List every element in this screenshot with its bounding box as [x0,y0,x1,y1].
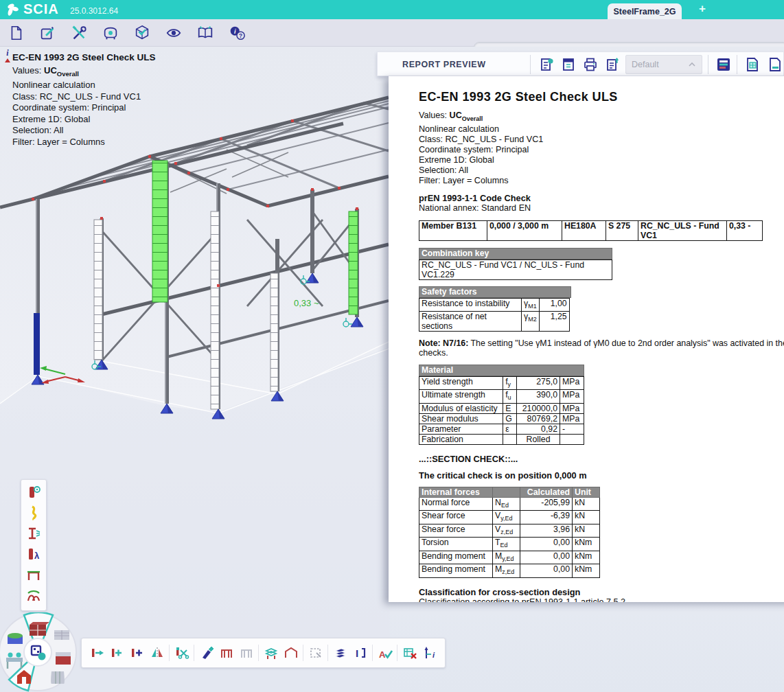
cell: -205,99 [520,497,573,510]
material-block: Material Yield strength fy 275,0 MPa Ult… [419,365,584,445]
columns[interactable] [38,163,357,409]
layers-icon[interactable] [330,643,350,663]
report-meta-line: Extreme 1D: Global [419,155,784,165]
cell: - [560,424,584,434]
cell: 0,33 - [727,220,763,240]
cell: Shear force [419,524,493,537]
portal-frame-red-icon[interactable] [216,643,236,663]
cell: kNm [573,538,600,551]
material-header: Material [419,365,584,376]
cell: My,Ed [493,551,520,564]
svg-text:λ: λ [34,551,40,561]
report-layout-select[interactable]: Default [625,55,702,74]
cell: RC_NC_ULS - Fund VC1 [638,220,727,240]
scia-logo-icon [5,2,21,19]
machinery-icon[interactable] [8,633,23,644]
result-info-panel: EC-EN 1993 2G Steel Check ULS Values: UC… [12,52,225,148]
check-diagram-white [211,211,219,409]
cell: E [503,403,517,413]
wall-bracing [102,211,357,361]
frame-check-icon[interactable] [23,564,44,585]
modify-toolbar: I A i [81,638,446,668]
table-of-contents-icon[interactable] [558,56,579,73]
edit-model-icon[interactable] [36,22,59,44]
cell: kN [573,497,600,510]
text-label-icon[interactable]: I [350,643,370,663]
report-preview-title: REPORT PREVIEW [402,60,486,69]
info-collapse-icon[interactable]: i [3,49,12,67]
engineering-report-icon[interactable] [536,56,557,73]
libraries-book-icon[interactable] [194,22,217,44]
single-page-view-icon[interactable] [765,56,784,73]
report-meta-line: Filter: Layer = Columns [419,176,784,186]
result-line: Selection: All [12,125,225,137]
calculate-icon[interactable] [99,22,122,44]
cut-member-icon[interactable] [172,643,192,663]
arch-check-icon[interactable] [23,585,44,606]
cell: fu [503,390,517,403]
local-axis-icons [92,275,352,369]
cell: 1,25 [539,311,569,331]
check-labels-icon[interactable]: A [375,643,395,663]
export-report-icon[interactable] [602,56,623,73]
multi-frame-icon[interactable] [261,643,281,663]
new-tab-button[interactable]: + [699,2,706,16]
connect-nodes-icon[interactable] [127,643,147,663]
cell: kNm [573,551,600,564]
print-icon[interactable] [580,56,601,73]
cell: 0,00 [520,538,573,551]
cell: Mz,Ed [493,564,520,577]
gable-frame-icon[interactable] [281,643,301,663]
workstation-wheel-menu[interactable] [0,612,82,692]
delete-table-icon[interactable] [400,643,419,663]
stability-lambda-icon[interactable]: λ [23,544,44,564]
note-line-2: checks. [419,348,784,358]
result-tools-strip: λ [21,479,47,611]
help-icon[interactable]: i? [225,22,249,44]
steel-section-check-icon[interactable] [23,523,44,544]
note-line: Note: N7/16: The setting "Use γM1 instea… [419,338,784,348]
classification-line: Classification according to prEN 1993-1-… [419,597,784,602]
loads-box-icon[interactable] [56,652,71,665]
mirror-icon[interactable] [147,643,167,663]
cell: 275,0 [517,376,560,389]
project-tab[interactable]: SteelFrame_2G [608,3,682,19]
coats-icon[interactable] [51,671,65,684]
column-highlights [36,163,217,409]
new-project-icon[interactable] [4,22,27,44]
view-eye-icon[interactable] [162,22,185,44]
dimension-line-icon[interactable]: i [419,643,439,663]
deformed-shape-icon[interactable] [23,503,44,523]
cell: Resistance of net sections [419,311,522,331]
cell: 3,96 [520,524,573,537]
col-header [493,487,520,497]
check-diagram-green [349,211,358,314]
report-page[interactable]: EC-EN 1993 2G Steel Check ULS Values: UC… [389,76,784,602]
cell: 390,0 [517,390,560,403]
scia-application-window: SCIA 25.0.3012.64 SteelFrame_2G + i? [0,0,784,692]
section-check-heading: ...::SECTION CHECK::... [419,454,784,464]
code-check-cube-icon[interactable] [130,22,154,44]
tools-icon[interactable] [67,22,91,44]
cell: MPa [560,376,584,389]
svg-text:i: i [234,28,236,35]
cell: ε [503,424,517,434]
layout-active-icon[interactable] [713,56,734,73]
cell: Bending moment [419,551,493,564]
col-header: Unit [573,487,600,497]
connect-members-icon[interactable] [107,643,127,663]
cell: kN [573,511,600,524]
extend-member-icon[interactable] [87,643,107,663]
internal-forces-table: Internal forces Calculated Unit Normal f… [419,487,600,578]
cell: Ultimate strength [419,390,503,403]
materials-stack-icon[interactable] [54,630,69,640]
check-value-label: 0,33 ~ [294,298,319,308]
report-meta-line: Coordinate system: Principal [419,145,784,155]
classification-heading: Classification for cross-section design [419,587,784,597]
paint-properties-icon[interactable] [196,643,216,663]
report-title: EC-EN 1993 2G Steel Check ULS [419,90,784,104]
cell: 80769,2 [517,413,560,424]
two-page-view-icon[interactable] [742,56,763,73]
member-settings-icon[interactable] [23,482,44,503]
svg-text:?: ? [239,32,242,39]
